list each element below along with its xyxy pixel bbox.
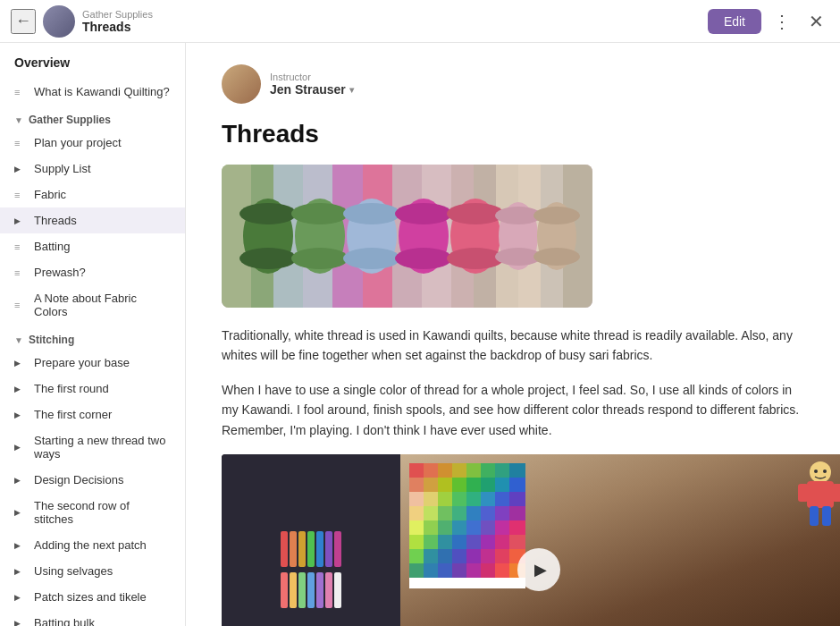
svg-rect-63	[424, 535, 438, 549]
svg-point-3	[239, 248, 297, 269]
svg-rect-36	[495, 478, 509, 492]
video-face-area	[400, 454, 840, 626]
svg-rect-87	[807, 481, 834, 508]
svg-point-93	[823, 470, 827, 473]
svg-rect-62	[409, 535, 424, 549]
back-button[interactable]: ←	[11, 9, 36, 34]
svg-rect-73	[452, 549, 466, 563]
instructor-avatar	[222, 64, 261, 104]
play-icon: ▶	[14, 593, 27, 602]
thread-spools-svg	[222, 165, 592, 308]
sidebar-item-prepare-base[interactable]: ▶ Prepare your base	[0, 350, 185, 376]
header-right: Edit ⋮ ✕	[708, 8, 829, 35]
sidebar-item-batting[interactable]: ≡ Batting	[0, 233, 185, 259]
video-play-button[interactable]: ▶	[517, 548, 560, 591]
svg-rect-41	[452, 492, 466, 506]
svg-rect-84	[495, 563, 509, 578]
sidebar-item-first-round[interactable]: ▶ The first round	[0, 376, 185, 402]
svg-rect-54	[409, 520, 424, 535]
svg-rect-90	[810, 506, 819, 526]
svg-rect-55	[424, 520, 438, 535]
sidebar-item-new-thread[interactable]: ▶ Starting a new thread two ways	[0, 427, 185, 467]
sidebar-item-label: Fabric	[34, 188, 66, 201]
sidebar-item-patch-sizes[interactable]: ▶ Patch sizes and tikele	[0, 584, 185, 610]
overview-label: Overview	[14, 55, 70, 70]
svg-rect-89	[832, 484, 840, 502]
sidebar-item-label: Batting bulk	[34, 616, 95, 626]
svg-point-6	[291, 248, 349, 269]
svg-rect-43	[481, 492, 495, 506]
sidebar-item-label: The first round	[34, 382, 109, 395]
sidebar-item-fabric[interactable]: ≡ Fabric	[0, 182, 185, 207]
caret-icon: ▾	[349, 85, 354, 95]
sidebar-item-second-row[interactable]: ▶ The second row of stitches	[0, 493, 185, 532]
svg-rect-79	[424, 563, 438, 578]
svg-rect-28	[495, 463, 509, 478]
svg-point-12	[395, 248, 452, 269]
sidebar-item-prewash[interactable]: ≡ Prewash?	[0, 259, 185, 285]
sidebar-item-fabric-colors[interactable]: ≡ A Note about Fabric Colors	[0, 285, 185, 325]
sidebar-item-label: Prewash?	[34, 266, 86, 279]
video-container[interactable]: ▶	[222, 454, 840, 626]
back-icon: ←	[15, 12, 31, 30]
svg-point-5	[291, 203, 349, 224]
svg-rect-39	[424, 492, 438, 506]
sidebar-section-stitching[interactable]: ▼ Stitching	[0, 325, 185, 350]
edit-button[interactable]: Edit	[708, 9, 761, 34]
more-icon: ⋮	[773, 11, 791, 32]
sidebar-item-next-patch[interactable]: ▶ Adding the next patch	[0, 532, 185, 558]
sidebar-item-supply-list[interactable]: ▶ Supply List	[0, 156, 185, 182]
svg-rect-88	[798, 484, 809, 502]
more-button[interactable]: ⋮	[769, 8, 795, 35]
play-icon: ▶	[14, 385, 27, 393]
svg-rect-44	[495, 492, 509, 506]
svg-rect-34	[466, 478, 481, 492]
paragraph-1: Traditionally, white thread is used in K…	[222, 326, 804, 366]
sidebar-item-label: Plan your project	[34, 136, 122, 149]
sidebar-item-label: Using selvages	[34, 564, 113, 578]
svg-rect-26	[466, 463, 481, 478]
svg-rect-32	[438, 478, 452, 492]
svg-rect-78	[409, 563, 424, 578]
instructor-name[interactable]: Jen Strauser ▾	[270, 82, 354, 97]
sidebar-overview-header: Overview	[0, 43, 185, 79]
sidebar-item-label: What is Kawandi Quilting?	[34, 85, 170, 98]
close-button[interactable]: ✕	[802, 8, 829, 35]
svg-rect-25	[452, 463, 466, 478]
sidebar-item-threads[interactable]: ▶ Threads	[0, 207, 185, 233]
instructor-name-text: Jen Strauser	[270, 82, 346, 97]
sidebar-item-label: The second row of stitches	[34, 499, 171, 526]
svg-rect-80	[438, 563, 452, 578]
header-title-group: Gather Supplies Threads	[82, 9, 153, 34]
sidebar-item-first-corner[interactable]: ▶ The first corner	[0, 402, 185, 427]
svg-rect-53	[509, 506, 525, 520]
play-icon: ▶	[14, 619, 27, 627]
sidebar-item-what-is-kawandi[interactable]: ≡ What is Kawandi Quilting?	[0, 79, 185, 105]
sidebar-item-plan-project[interactable]: ≡ Plan your project	[0, 130, 185, 156]
text-icon: ≡	[14, 138, 27, 148]
section-label: Stitching	[29, 334, 74, 346]
sidebar-item-design-decisions[interactable]: ▶ Design Decisions	[0, 467, 185, 493]
sidebar-item-selvages[interactable]: ▶ Using selvages	[0, 558, 185, 584]
svg-rect-61	[509, 520, 525, 535]
sidebar-item-label: Supply List	[34, 162, 91, 175]
sidebar-item-label: Prepare your base	[34, 356, 130, 369]
svg-rect-38	[409, 492, 424, 506]
sidebar-item-batting-bulk[interactable]: ▶ Batting bulk	[0, 610, 185, 626]
play-icon: ▶	[14, 541, 27, 550]
instructor-row: Instructor Jen Strauser ▾	[222, 64, 804, 104]
svg-rect-75	[481, 549, 495, 563]
svg-rect-29	[509, 463, 525, 478]
hero-image	[222, 165, 592, 308]
svg-rect-72	[438, 549, 452, 563]
svg-rect-50	[466, 506, 481, 520]
content-area: Instructor Jen Strauser ▾ Threads	[186, 43, 840, 626]
svg-rect-83	[481, 563, 495, 578]
svg-point-14	[447, 203, 504, 224]
svg-rect-37	[509, 478, 525, 492]
chevron-icon: ▼	[14, 115, 23, 125]
svg-point-86	[810, 461, 831, 483]
svg-rect-46	[409, 506, 424, 520]
sidebar-section-gather-supplies[interactable]: ▼ Gather Supplies	[0, 105, 185, 130]
svg-point-8	[343, 203, 400, 224]
